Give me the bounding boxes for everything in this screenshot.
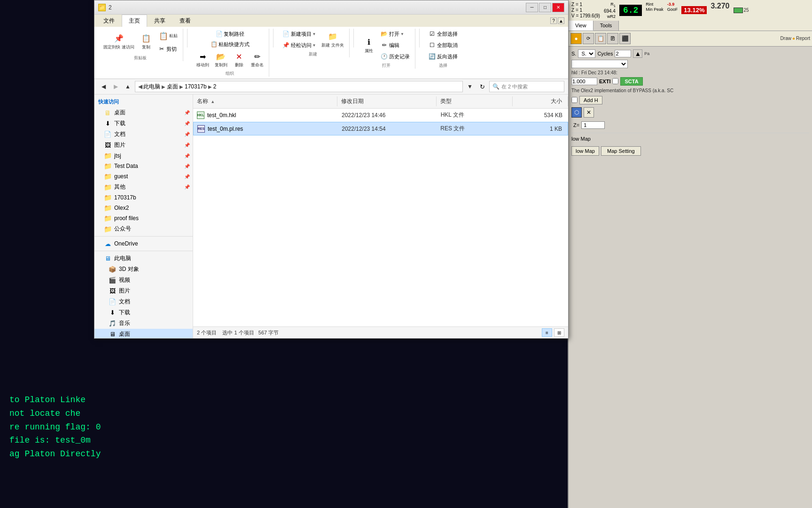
quick-access-label[interactable]: 快速访问: [94, 96, 193, 107]
cycles-input[interactable]: [615, 50, 631, 57]
new-folder-button[interactable]: 📁 新建 文件夹: [319, 30, 346, 50]
desktop-icon: 🖥: [109, 331, 116, 338]
file-type-res: RES 文件: [437, 124, 513, 134]
refresh-button[interactable]: ↻: [477, 81, 487, 92]
algo-select[interactable]: [571, 60, 628, 68]
struct-icon-1[interactable]: ⬡: [571, 107, 582, 118]
pin-button[interactable]: 📌 固定到快 速访问: [101, 32, 137, 52]
rename-button[interactable]: ✏ 重命名: [249, 49, 266, 70]
sidebar-item-other[interactable]: 📁 其他 📌: [94, 182, 193, 192]
sidebar-item-videos[interactable]: 🎬 视频: [94, 275, 193, 286]
sidebar-item-guest[interactable]: 📁 guest 📌: [94, 171, 193, 182]
ribbon-tab-view[interactable]: 查看: [172, 15, 198, 27]
path-part-1[interactable]: 桌面: [166, 83, 179, 91]
select-all-button[interactable]: ☑ 全部选择: [426, 29, 460, 39]
file-size-hkl: 534 KB: [513, 111, 568, 119]
sidebar-item-170317b[interactable]: 📁 170317b: [94, 192, 193, 203]
grid-view-button[interactable]: ⊞: [554, 328, 564, 337]
dropdown-button[interactable]: ▼: [465, 81, 475, 92]
docs-qa-label: 文档: [114, 130, 125, 138]
sidebar-item-wechat[interactable]: 📁 公众号: [94, 223, 193, 234]
address-path[interactable]: ◀ 此电脑 ▶ 桌面 ▶ 170317b ▶ 2: [135, 81, 463, 92]
rp-tool-btn4[interactable]: 🖹: [607, 33, 618, 44]
exti-value-input[interactable]: [571, 78, 597, 85]
list-view-button[interactable]: ≡: [542, 328, 552, 337]
address-bar: ◀ ▶ ▲ ◀ 此电脑 ▶ 桌面 ▶ 170317b ▶ 2 ▼ ↻ 🔍: [94, 79, 568, 95]
sidebar-item-desktop[interactable]: 🖥 桌面: [94, 329, 193, 338]
ribbon-tab-file[interactable]: 文件: [96, 15, 122, 27]
sidebar-item-music[interactable]: 🎵 音乐: [94, 318, 193, 329]
back-button[interactable]: ◀: [98, 81, 109, 92]
col-name[interactable]: 名称 ▲: [193, 96, 337, 106]
sidebar: 快速访问 🖥 桌面 📌 ⬇ 下载 📌 📄 文档 📌 🖼 图片 📌: [94, 95, 193, 338]
sidebar-item-pictures[interactable]: 🖼 图片: [94, 286, 193, 296]
rp-tool-draw-indicator[interactable]: ●: [570, 33, 582, 44]
scta-button[interactable]: SCTA: [620, 77, 642, 86]
path-part-3[interactable]: 2: [212, 83, 218, 90]
ribbon-tab-share[interactable]: 共享: [147, 15, 172, 27]
ribbon-tab-home[interactable]: 主页: [122, 15, 147, 27]
sidebar-item-desktop-qa[interactable]: 🖥 桌面 📌: [94, 107, 193, 118]
sidebar-item-testdata[interactable]: 📁 Test Data 📌: [94, 161, 193, 171]
invert-button[interactable]: 🔄 反向选择: [426, 51, 460, 62]
sidebar-item-onedrive[interactable]: ☁ OneDrive: [94, 238, 193, 249]
sidebar-item-olex2[interactable]: 📁 Olex2: [94, 203, 193, 213]
sidebar-item-docs-qa[interactable]: 📄 文档 📌: [94, 129, 193, 140]
close-button[interactable]: ✕: [552, 3, 564, 12]
cycles-up-btn[interactable]: ▲: [633, 49, 642, 58]
col-size[interactable]: 大小: [513, 96, 568, 106]
maximize-button[interactable]: □: [539, 3, 551, 12]
cut-button[interactable]: ✂ 剪切: [156, 44, 180, 54]
properties-button[interactable]: ℹ 属性: [360, 35, 377, 56]
path-part-0[interactable]: 此电脑: [142, 83, 161, 91]
sidebar-item-proof-files[interactable]: 📁 proof files: [94, 213, 193, 223]
file-row-hkl[interactable]: HKL test_0m.hkl 2022/12/23 14:46 HKL 文件 …: [193, 109, 568, 122]
path-part-2[interactable]: 170317b: [184, 83, 208, 90]
sidebar-item-3dobjects[interactable]: 📦 3D 对象: [94, 264, 193, 275]
rp-tool-btn3[interactable]: 📋: [595, 33, 606, 44]
paste-shortcut-button[interactable]: 📋 粘贴快捷方式: [208, 39, 252, 49]
up-button[interactable]: ▲: [123, 81, 133, 92]
file-row-res[interactable]: RES test_0m.pl.res 2022/12/23 14:54 RES …: [193, 122, 568, 135]
s-select[interactable]: S.: [578, 49, 595, 58]
expand-ribbon-button[interactable]: ▲: [558, 17, 564, 24]
rp-tool-btn2[interactable]: ⟳: [583, 33, 594, 44]
add-h-checkbox[interactable]: [571, 97, 578, 103]
minimize-button[interactable]: ─: [526, 3, 538, 12]
struct-icon-2[interactable]: ✕: [584, 107, 594, 118]
sidebar-item-jtsj[interactable]: 📁 jtsj 📌: [94, 151, 193, 161]
col-date[interactable]: 修改日期: [337, 96, 437, 106]
delete-icon: ✕: [234, 51, 245, 62]
open-button[interactable]: 📂 打开 ▼: [378, 29, 412, 39]
exti-checkbox[interactable]: [612, 78, 618, 84]
tab-tools[interactable]: Tools: [593, 21, 619, 31]
easy-access-button[interactable]: 📌 经松访问 ▼: [280, 40, 319, 50]
sidebar-item-downloads[interactable]: ⬇ 下载: [94, 307, 193, 318]
copy-path-button[interactable]: 📄 复制路径: [213, 29, 247, 39]
copy-to-button[interactable]: 📂 复制到: [212, 49, 230, 70]
forward-button[interactable]: ▶: [110, 81, 121, 92]
sidebar-item-downloads-qa[interactable]: ⬇ 下载 📌: [94, 118, 193, 129]
new-item-button[interactable]: 📄 新建项目 ▼: [280, 29, 319, 39]
col-type[interactable]: 类型: [437, 96, 513, 106]
sidebar-item-thispc[interactable]: 🖥 此电脑: [94, 253, 193, 264]
rp-tool-btn5[interactable]: ⬛: [619, 33, 631, 44]
map-setting-button[interactable]: Map Setting: [601, 146, 641, 156]
paste-button[interactable]: 📋 粘贴: [156, 29, 180, 43]
history-button[interactable]: 🕐 历史记录: [378, 51, 412, 62]
delete-button[interactable]: ✕ 删除: [231, 49, 248, 70]
select-none-button[interactable]: ☐ 全部取消: [426, 40, 460, 50]
map-buttons: low Map Map Setting: [571, 146, 809, 156]
copy-button[interactable]: 📋 复制: [138, 32, 155, 52]
help-button[interactable]: ?: [550, 17, 557, 24]
search-input[interactable]: [501, 84, 561, 89]
guest-label: guest: [114, 173, 128, 180]
sidebar-item-documents[interactable]: 📄 文档: [94, 296, 193, 307]
edit-button[interactable]: ✏ 编辑: [378, 40, 412, 50]
sidebar-item-pictures-qa[interactable]: 🖼 图片 📌: [94, 140, 193, 151]
z-input[interactable]: [581, 121, 605, 129]
low-map-button[interactable]: low Map: [571, 146, 599, 156]
add-h-button[interactable]: Add H: [579, 96, 602, 104]
move-to-button[interactable]: ➡ 移动到: [194, 49, 211, 70]
tab-view[interactable]: View: [569, 21, 593, 31]
